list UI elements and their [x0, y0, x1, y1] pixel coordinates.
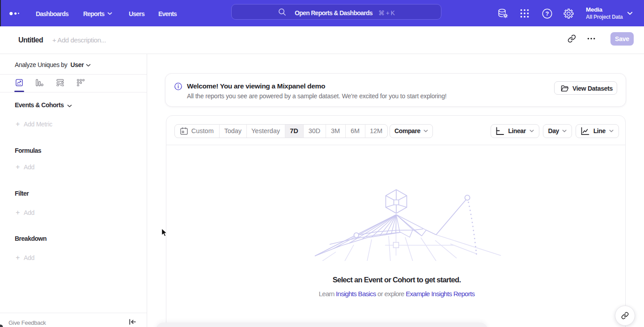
- svg-text:?: ?: [546, 10, 549, 17]
